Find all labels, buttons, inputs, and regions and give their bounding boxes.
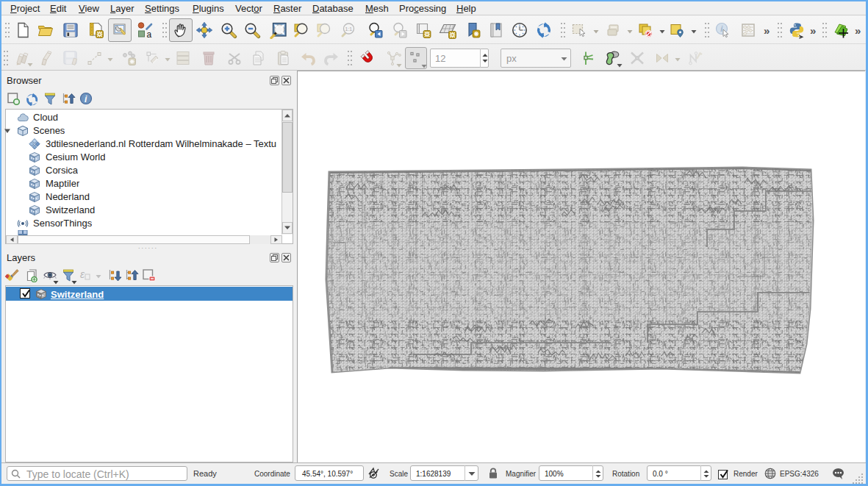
svg-text:ε: ε [80,268,85,280]
svg-text:a: a [147,29,152,40]
svg-text:1:1: 1:1 [345,26,353,32]
